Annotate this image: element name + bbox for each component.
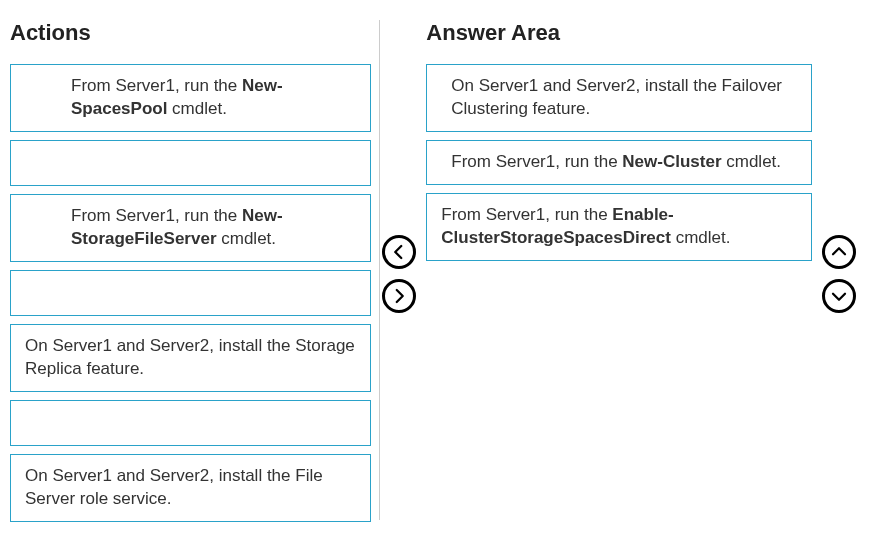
move-left-button[interactable] xyxy=(382,235,416,269)
move-right-button[interactable] xyxy=(382,279,416,313)
chevron-right-icon xyxy=(390,287,408,305)
action-item[interactable]: On Server1 and Server2, install the File… xyxy=(10,454,371,522)
answer-heading: Answer Area xyxy=(426,20,812,46)
action-suffix: cmdlet. xyxy=(167,99,227,118)
action-text: On Server1 and Server2, install the Stor… xyxy=(25,336,355,378)
move-controls xyxy=(379,20,418,520)
action-item[interactable]: On Server1 and Server2, install the Stor… xyxy=(10,324,371,392)
answer-prefix: From Server1, run the xyxy=(441,205,612,224)
main-container: Actions From Server1, run the New-Spaces… xyxy=(0,0,869,532)
chevron-down-icon xyxy=(830,287,848,305)
answer-suffix: cmdlet. xyxy=(722,152,782,171)
action-item[interactable]: From Server1, run the New-StorageFileSer… xyxy=(10,194,371,262)
answer-prefix: From Server1, run the xyxy=(451,152,622,171)
chevron-left-icon xyxy=(390,243,408,261)
action-suffix: cmdlet. xyxy=(217,229,277,248)
action-item-empty[interactable] xyxy=(10,270,371,316)
action-item-empty[interactable] xyxy=(10,140,371,186)
actions-column: Actions From Server1, run the New-Spaces… xyxy=(10,20,371,522)
actions-heading: Actions xyxy=(10,20,371,46)
reorder-controls xyxy=(820,20,859,520)
action-prefix: From Server1, run the xyxy=(71,206,242,225)
answer-cmd: New-Cluster xyxy=(622,152,721,171)
move-down-button[interactable] xyxy=(822,279,856,313)
action-prefix: From Server1, run the xyxy=(71,76,242,95)
answer-item[interactable]: From Server1, run the Enable-ClusterStor… xyxy=(426,193,812,261)
action-item[interactable]: From Server1, run the New-SpacesPool cmd… xyxy=(10,64,371,132)
move-up-button[interactable] xyxy=(822,235,856,269)
action-text: On Server1 and Server2, install the File… xyxy=(25,466,323,508)
action-item-empty[interactable] xyxy=(10,400,371,446)
answer-item[interactable]: On Server1 and Server2, install the Fail… xyxy=(426,64,812,132)
answer-suffix: cmdlet. xyxy=(671,228,731,247)
chevron-up-icon xyxy=(830,243,848,261)
answer-text: On Server1 and Server2, install the Fail… xyxy=(451,76,782,118)
answer-column: Answer Area On Server1 and Server2, inst… xyxy=(426,20,812,261)
answer-item[interactable]: From Server1, run the New-Cluster cmdlet… xyxy=(426,140,812,185)
